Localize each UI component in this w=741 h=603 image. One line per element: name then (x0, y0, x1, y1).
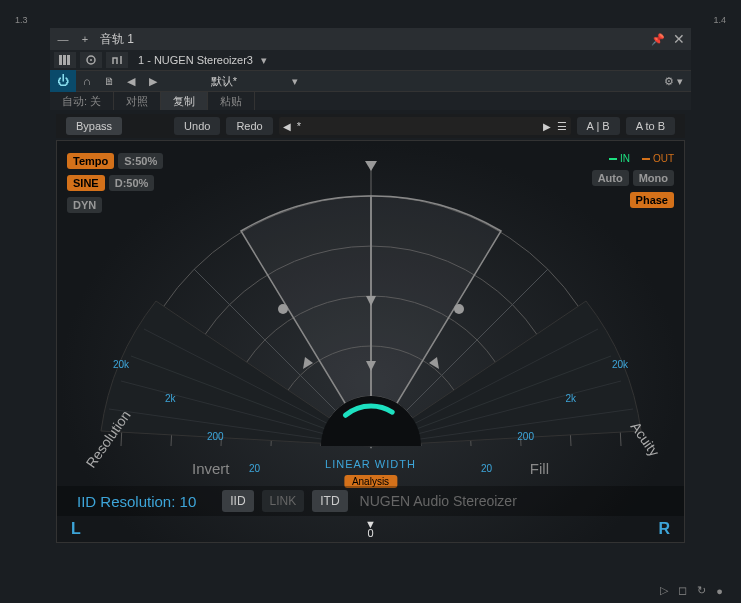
info-bar: IID Resolution: 10 IID LINK ITD NUGEN Au… (57, 486, 684, 516)
freq-20k-right: 20k (612, 359, 628, 370)
freq-200-right: 200 (517, 431, 534, 442)
svg-marker-13 (303, 357, 313, 369)
power-button[interactable]: ⏻ (50, 70, 76, 92)
iid-button[interactable]: IID (222, 490, 253, 512)
file-icon[interactable]: 🗎 (98, 75, 120, 87)
tab-auto[interactable]: 自动: 关 (50, 92, 114, 110)
freq-20-right: 20 (481, 463, 492, 474)
undo-button[interactable]: Undo (174, 117, 220, 135)
svg-rect-0 (59, 55, 62, 65)
balance-marker[interactable]: ▼0 (365, 520, 376, 538)
a-to-b-button[interactable]: A to B (626, 117, 675, 135)
tab-copy[interactable]: 复制 (161, 92, 208, 110)
transport-controls: ▷ ◻ ↻ ● (660, 584, 723, 597)
bars-icon[interactable] (54, 52, 76, 68)
timeline-ruler: 1.3 1.4 (15, 15, 726, 27)
plugin-action-bar: Bypass Undo Redo ◀ * ▶ ☰ A | B A to B (56, 114, 685, 138)
plugin-name[interactable]: 1 - NUGEN Stereoizer3 (138, 54, 253, 66)
tab-paste[interactable]: 粘贴 (208, 92, 255, 110)
target-icon[interactable] (80, 52, 102, 68)
next-icon[interactable]: ▶ (142, 75, 164, 88)
right-label: R (658, 520, 670, 538)
itd-button[interactable]: ITD (312, 490, 347, 512)
freq-20k-left: 20k (113, 359, 129, 370)
headphones-icon[interactable]: ∩ (76, 75, 98, 87)
preset-toolbar: ⏻ ∩ 🗎 ◀ ▶ 默认* ▾ ⚙ ▾ (50, 70, 691, 92)
brand-label: NUGEN Audio Stereoizer (360, 493, 517, 509)
invert-label[interactable]: Invert (192, 460, 230, 477)
svg-marker-14 (429, 357, 439, 369)
left-label: L (71, 520, 81, 538)
svg-rect-1 (63, 55, 66, 65)
preset-name[interactable]: 默认* (164, 74, 284, 89)
play-icon[interactable]: ▶ (543, 121, 551, 132)
stop-icon[interactable]: ◻ (678, 584, 687, 597)
ruler-tick-right: 1.4 (713, 15, 726, 25)
track-header: — + 音轨 1 📌 ✕ (50, 28, 691, 50)
tab-bar: 自动: 关 对照 复制 粘贴 (50, 92, 691, 110)
record-icon[interactable]: ● (716, 585, 723, 597)
route-icon[interactable] (106, 52, 128, 68)
plugin-body: Tempo S:50% SINE D:50% DYN IN OUT Auto M… (56, 140, 685, 543)
svg-point-9 (454, 304, 464, 314)
ruler-tick-left: 1.3 (15, 15, 28, 25)
freq-20-left: 20 (249, 463, 260, 474)
list-icon[interactable]: ☰ (557, 120, 567, 133)
svg-marker-10 (365, 161, 377, 171)
freq-2k-left: 2k (165, 393, 176, 404)
pin-icon[interactable]: 📌 (651, 33, 665, 46)
tab-contrast[interactable]: 对照 (114, 92, 161, 110)
svg-point-8 (278, 304, 288, 314)
preset-indicator: * (297, 120, 301, 132)
dash-icon[interactable]: — (56, 32, 70, 46)
freq-2k-right: 2k (565, 393, 576, 404)
plugin-toolbar: 1 - NUGEN Stereoizer3 ▾ (50, 50, 691, 70)
balance-bar[interactable]: L ▼0 R (57, 516, 684, 542)
plus-icon[interactable]: + (78, 32, 92, 46)
loop-icon[interactable]: ↻ (697, 584, 706, 597)
svg-rect-2 (67, 55, 70, 65)
freq-200-left: 200 (207, 431, 224, 442)
svg-point-4 (90, 59, 92, 61)
bypass-button[interactable]: Bypass (66, 117, 122, 135)
play-icon[interactable]: ▷ (660, 584, 668, 597)
link-button[interactable]: LINK (262, 490, 305, 512)
stereo-arc-display[interactable] (91, 151, 651, 451)
redo-button[interactable]: Redo (226, 117, 272, 135)
chevron-down-icon[interactable]: ▾ (261, 54, 267, 67)
linear-width-label: LINEAR WIDTH (325, 458, 416, 470)
chevron-down-icon[interactable]: ▾ (284, 75, 306, 88)
gear-icon[interactable]: ⚙ ▾ (661, 75, 691, 88)
prev-icon[interactable]: ◀ (120, 75, 142, 88)
track-title: 音轨 1 (100, 31, 643, 48)
prev-preset-icon[interactable]: ◀ (283, 121, 291, 132)
ab-compare-button[interactable]: A | B (577, 117, 620, 135)
close-icon[interactable]: ✕ (673, 31, 685, 47)
param-readout: IID Resolution: 10 (77, 493, 196, 510)
preset-browser[interactable]: ◀ * ▶ ☰ (279, 117, 571, 135)
fill-label[interactable]: Fill (530, 460, 549, 477)
